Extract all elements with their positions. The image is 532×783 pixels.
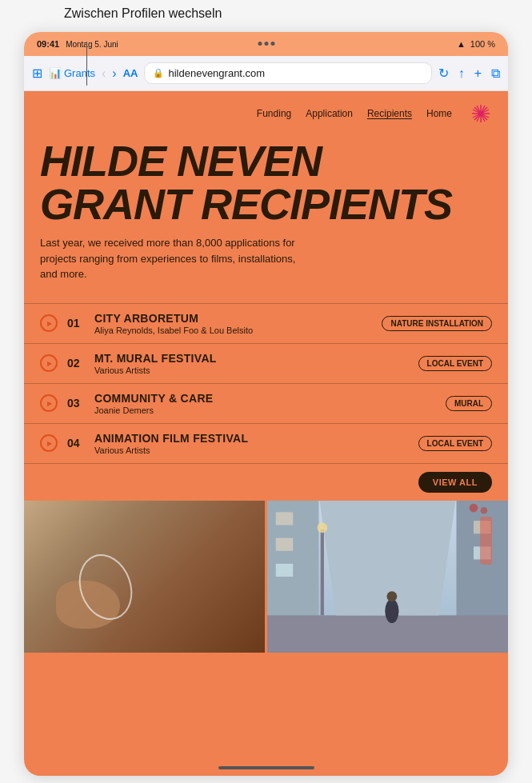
nav-application[interactable]: Application [306, 108, 353, 119]
svg-rect-17 [276, 537, 294, 550]
recipient-num-1: 01 [67, 317, 85, 330]
forward-button[interactable]: › [112, 66, 116, 81]
recipient-info-1: CITY ARBORETUM Aliya Reynolds, Isabel Fo… [94, 312, 372, 335]
recipient-name-4: ANIMATION FILM FESTIVAL [94, 432, 409, 445]
tabs-button[interactable]: ⧉ [491, 66, 500, 81]
recipient-num-2: 02 [67, 357, 85, 370]
svg-rect-12 [267, 615, 508, 653]
recipient-name-3: COMMUNITY & CARE [94, 392, 436, 405]
recipient-tag-4: LOCAL EVENT [418, 436, 492, 451]
lock-icon: 🔒 [153, 68, 164, 78]
new-tab-button[interactable]: + [474, 66, 482, 81]
svg-rect-16 [276, 512, 294, 525]
status-date: Montag 5. Juni [66, 40, 118, 49]
recipient-row[interactable]: 02 MT. MURAL FESTIVAL Various Artists LO… [24, 343, 508, 383]
browser-chrome: ⊞ 📊 Grants ‹ › AA 🔒 hildenevengrant.com … [24, 56, 508, 91]
ipad-frame: 09:41 Montag 5. Juni ▲ 100 % ⊞ 📊 Grants … [24, 32, 508, 776]
wifi-icon: ▲ [457, 39, 466, 49]
svg-rect-18 [276, 563, 294, 576]
recipient-num-3: 03 [67, 397, 85, 409]
svg-rect-20 [474, 546, 491, 559]
recipient-tag-3: MURAL [446, 396, 492, 411]
status-dots [258, 42, 274, 46]
nav-home[interactable]: Home [426, 108, 452, 119]
recipient-info-3: COMMUNITY & CARE Joanie Demers [94, 392, 436, 415]
play-button-4[interactable] [40, 434, 58, 452]
play-button-2[interactable] [40, 354, 58, 372]
svg-rect-19 [474, 521, 491, 533]
url-text: hildenevengrant.com [168, 67, 265, 79]
view-all-button[interactable]: VIEW ALL [418, 472, 492, 493]
status-right: ▲ 100 % [457, 39, 495, 49]
back-button[interactable]: ‹ [102, 66, 106, 81]
hero-title-line1: HILDE NEVEN [40, 139, 492, 182]
recipient-artists-2: Various Artists [94, 366, 409, 375]
tooltip-line [86, 42, 87, 86]
bookmarks-label[interactable]: 📊 Grants [49, 67, 95, 79]
photo-grid [24, 501, 508, 653]
site-nav: Funding Application Recipients Home [24, 91, 508, 131]
recipient-name-2: MT. MURAL FESTIVAL [94, 352, 409, 365]
photo-installation[interactable] [24, 501, 265, 653]
svg-point-21 [470, 503, 478, 512]
website: Funding Application Recipients Home [24, 91, 508, 776]
recipient-artists-1: Aliya Reynolds, Isabel Foo & Lou Belsito [94, 326, 372, 335]
recipient-row[interactable]: 01 CITY ARBORETUM Aliya Reynolds, Isabel… [24, 303, 508, 343]
battery-label: 100 % [470, 39, 495, 49]
svg-rect-23 [321, 529, 324, 615]
recipient-info-4: ANIMATION FILM FESTIVAL Various Artists [94, 432, 409, 455]
recipient-name-1: CITY ARBORETUM [94, 312, 372, 325]
site-logo[interactable] [470, 102, 492, 125]
view-all-row: VIEW ALL [24, 464, 508, 501]
svg-point-15 [386, 591, 397, 601]
sidebar-toggle-button[interactable]: ⊞ [32, 66, 42, 81]
status-bar: 09:41 Montag 5. Juni ▲ 100 % [24, 32, 508, 56]
recipient-artists-4: Various Artists [94, 445, 409, 455]
status-left: 09:41 Montag 5. Juni [37, 39, 118, 49]
recipients-list: 01 CITY ARBORETUM Aliya Reynolds, Isabel… [24, 303, 508, 464]
home-indicator [218, 766, 314, 769]
hero-section: HILDE NEVEN GRANT RECIPIENTS Last year, … [24, 131, 508, 295]
tooltip-label: Zwischen Profilen wechseln [64, 6, 222, 21]
play-button-3[interactable] [40, 394, 58, 412]
recipient-tag-1: NATURE INSTALLATION [382, 316, 492, 331]
recipient-info-2: MT. MURAL FESTIVAL Various Artists [94, 352, 409, 375]
recipient-tag-2: LOCAL EVENT [418, 356, 492, 371]
recipient-row[interactable]: 03 COMMUNITY & CARE Joanie Demers MURAL [24, 383, 508, 423]
browser-actions: ↻ ↑ + ⧉ [438, 66, 500, 81]
play-button-1[interactable] [40, 314, 58, 332]
nav-funding[interactable]: Funding [257, 108, 291, 119]
hero-description: Last year, we received more than 8,000 a… [40, 235, 312, 282]
recipient-row[interactable]: 04 ANIMATION FILM FESTIVAL Various Artis… [24, 423, 508, 464]
share-button[interactable]: ↑ [458, 66, 465, 81]
hero-title-line2: GRANT RECIPIENTS [40, 182, 492, 226]
nav-recipients[interactable]: Recipients [367, 108, 412, 119]
svg-point-14 [385, 598, 398, 622]
reader-mode-button[interactable]: AA [123, 67, 138, 79]
status-time: 09:41 [37, 39, 59, 49]
hero-title: HILDE NEVEN GRANT RECIPIENTS [40, 139, 492, 226]
photo-street[interactable] [267, 501, 508, 653]
svg-point-8 [478, 111, 483, 116]
bookmarks-icon: 📊 [49, 67, 62, 79]
svg-point-22 [481, 506, 488, 513]
svg-point-24 [317, 522, 327, 533]
recipient-artists-3: Joanie Demers [94, 405, 436, 415]
url-bar[interactable]: 🔒 hildenevengrant.com [144, 62, 431, 84]
reload-button[interactable]: ↻ [438, 66, 449, 81]
recipient-num-4: 04 [67, 437, 85, 449]
